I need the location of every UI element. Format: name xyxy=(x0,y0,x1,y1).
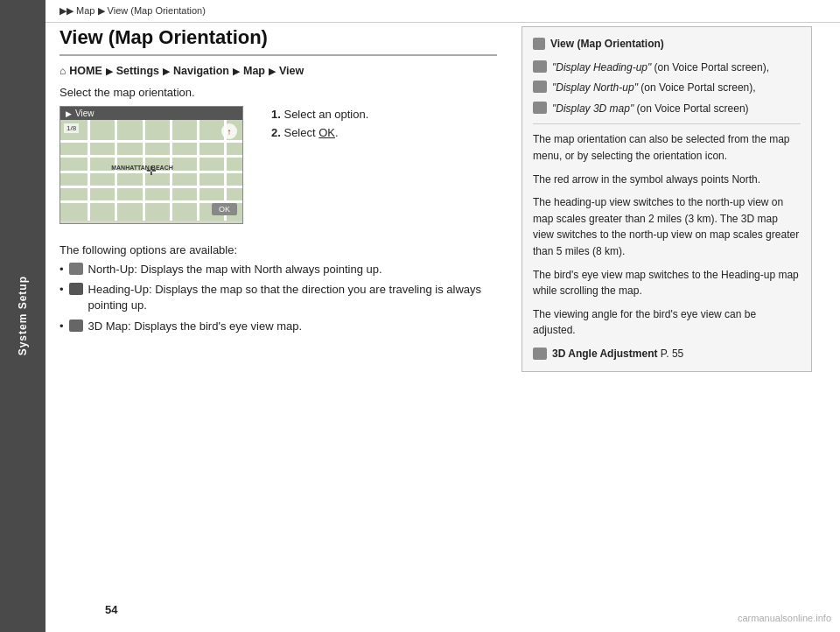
breadcrumb-text: ▶▶ Map ▶ View (Map Orientation) xyxy=(60,5,206,16)
nav-arrow-1: ▶ xyxy=(106,66,113,77)
map-cursor: ✛ xyxy=(146,164,157,178)
info-box-title: View (Map Orientation) xyxy=(533,36,801,53)
select-instruction: Select the map orientation. xyxy=(60,86,497,99)
map-title-text: View xyxy=(75,109,94,118)
voice-entry-3: "Display 3D map" (on Voice Portal screen… xyxy=(533,101,801,117)
info-para-3: The heading-up view switches to the nort… xyxy=(533,194,801,259)
page-number: 54 xyxy=(91,603,131,616)
step-1: 1. Select an option. xyxy=(271,106,368,124)
north-icon xyxy=(69,263,83,275)
info-box-icon xyxy=(533,38,545,50)
voice-text-2: "Display North-up" (on Voice Portal scre… xyxy=(552,80,756,96)
voice-icon-2 xyxy=(533,81,547,93)
options-header: The following options are available: xyxy=(60,243,497,256)
info-box: View (Map Orientation) "Display Heading-… xyxy=(522,26,812,372)
nav-arrow-2: ▶ xyxy=(163,66,170,77)
map-screenshot: ▶ View xyxy=(60,106,243,224)
list-item: • 3D Map: Displays the bird's eye view m… xyxy=(60,319,497,334)
threed-map-text: 3D Map: Displays the bird's eye view map… xyxy=(88,319,303,334)
voice-icon-3 xyxy=(533,102,547,114)
map-title-icon: ▶ xyxy=(66,109,72,118)
sidebar-label: System Setup xyxy=(17,276,29,355)
heading-icon xyxy=(69,283,83,295)
info-para-1: The map orientation can also be selected… xyxy=(533,131,801,164)
map-title-bar: ▶ View xyxy=(60,107,242,120)
info-box-title-text: View (Map Orientation) xyxy=(550,36,664,53)
ref-link-text: 3D Angle Adjustment P. 55 xyxy=(552,346,683,362)
map-place-label: MANHATTAN BEACH xyxy=(111,165,173,171)
ref-link: 3D Angle Adjustment P. 55 xyxy=(533,346,801,362)
nav-arrow-3: ▶ xyxy=(233,66,240,77)
info-para-2: The red arrow in the symbol always point… xyxy=(533,172,801,188)
nav-arrow-4: ▶ xyxy=(269,66,276,77)
nav-view: View xyxy=(279,65,304,77)
info-para-4: The bird's eye view map switches to the … xyxy=(533,267,801,299)
nav-navigation: Navigation xyxy=(173,65,229,77)
list-item: • North-Up: Displays the map with North … xyxy=(60,262,497,277)
ref-icon xyxy=(533,348,547,360)
bullet-dot: • xyxy=(60,319,64,334)
bullet-dot: • xyxy=(60,262,64,277)
map-scale: 1/8 xyxy=(64,123,79,133)
nav-home: HOME xyxy=(69,65,102,77)
main-content: ▶▶ Map ▶ View (Map Orientation) View (Ma… xyxy=(46,0,840,632)
voice-icon-1 xyxy=(533,60,547,73)
voice-text-1: "Display Heading-up" (on Voice Portal sc… xyxy=(552,60,769,76)
nav-path: ⌂ HOME ▶ Settings ▶ Navigation ▶ Map ▶ V… xyxy=(60,65,497,77)
north-up-text: North-Up: Displays the map with North al… xyxy=(88,262,382,277)
nav-map: Map xyxy=(243,65,265,77)
breadcrumb: ▶▶ Map ▶ View (Map Orientation) xyxy=(46,0,840,23)
sidebar: System Setup xyxy=(0,0,46,632)
bullet-dot: • xyxy=(60,282,64,298)
voice-entry-2: "Display North-up" (on Voice Portal scre… xyxy=(533,80,801,96)
map-ok-button[interactable]: OK xyxy=(212,203,237,215)
options-list: • North-Up: Displays the map with North … xyxy=(60,262,497,334)
page-content: View (Map Orientation) ⌂ HOME ▶ Settings… xyxy=(46,26,840,372)
list-item: • Heading-Up: Displays the map so that t… xyxy=(60,282,497,313)
voice-entry-1: "Display Heading-up" (on Voice Portal sc… xyxy=(533,60,801,76)
nav-settings: Settings xyxy=(116,65,159,77)
page-title: View (Map Orientation) xyxy=(60,26,497,56)
home-icon: ⌂ xyxy=(60,65,66,77)
info-para-5: The viewing angle for the bird's eye vie… xyxy=(533,306,801,339)
voice-text-3: "Display 3D map" (on Voice Portal screen… xyxy=(552,101,749,117)
map-compass: ↑ xyxy=(221,123,237,139)
map-body: MANHATTAN BEACH 1/8 ↑ ✛ OK xyxy=(60,120,242,221)
watermark: carmanualsonline.info xyxy=(738,613,831,623)
steps-block: 1. Select an option. 2. Select OK. xyxy=(271,106,368,226)
right-column: View (Map Orientation) "Display Heading-… xyxy=(514,26,812,372)
step-2: 2. Select OK. xyxy=(271,124,368,143)
threed-icon xyxy=(69,320,83,332)
heading-up-text: Heading-Up: Displays the map so that the… xyxy=(88,282,497,313)
left-column: View (Map Orientation) ⌂ HOME ▶ Settings… xyxy=(60,26,514,372)
